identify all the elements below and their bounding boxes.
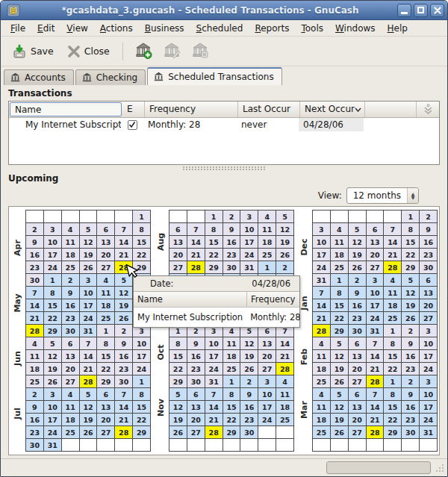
calendar-day-cell[interactable]: 13 [187,401,205,414]
calendar-day-cell[interactable]: 12 [80,236,98,249]
calendar-day-cell[interactable]: 7 [26,287,44,299]
calendar-day-cell[interactable]: 7 [313,287,331,299]
calendar-day-cell[interactable]: 9 [187,337,205,350]
calendar-day-cell[interactable]: 6 [97,223,115,236]
calendar-day-cell[interactable]: 26 [331,426,349,439]
calendar-day-cell[interactable]: 16 [26,414,44,426]
calendar-day-cell[interactable]: 28 [367,375,385,388]
calendar-day-cell[interactable]: 12 [402,287,420,299]
calendar-day-cell[interactable]: 25 [258,249,276,261]
calendar-day-cell[interactable]: 19 [402,299,420,312]
calendar-day-cell[interactable]: 13 [349,350,367,363]
calendar-day-cell[interactable]: 9 [240,388,258,401]
calendar-day-cell[interactable]: 15 [384,401,402,414]
calendar-day-cell[interactable]: 24 [133,363,151,375]
calendar-day-cell[interactable]: 11 [223,337,241,350]
calendar-day-cell[interactable]: 19 [44,363,62,375]
calendar-day-cell[interactable]: 7 [367,388,385,401]
calendar-day-cell[interactable]: 17 [240,236,258,249]
calendar-day-cell[interactable]: 31 [44,439,62,452]
calendar-day-cell[interactable]: 4 [62,388,80,401]
calendar-day-cell[interactable]: 22 [133,249,151,261]
calendar-day-cell[interactable]: 2 [240,375,258,388]
menu-file[interactable]: File [5,22,31,35]
calendar-day-cell[interactable]: 22 [97,363,115,375]
calendar-day-cell[interactable]: 15 [169,350,187,363]
calendar-day-cell[interactable]: 19 [169,414,187,426]
calendar-day-cell[interactable]: 9 [402,388,420,401]
calendar-day-cell[interactable]: 8 [97,337,115,350]
tab-accounts[interactable]: Accounts [4,69,74,85]
calendar-day-cell[interactable]: 6 [97,388,115,401]
calendar-day-cell[interactable]: 19 [80,414,98,426]
calendar-day-cell[interactable]: 2 [420,211,438,223]
table-row[interactable]: My Internet Subscription Monthly: 28 nev… [9,118,439,131]
calendar-day-cell[interactable]: 26 [331,375,349,388]
view-range-spinner[interactable]: 12 months ▲▼ [346,187,419,204]
calendar-day-cell[interactable]: 15 [44,299,62,312]
calendar-day-cell[interactable]: 13 [349,401,367,414]
calendar-day-cell[interactable]: 18 [62,249,80,261]
calendar-day-cell[interactable]: 1 [258,261,276,274]
calendar-day-cell[interactable]: 7 [80,337,98,350]
calendar-day-cell[interactable]: 14 [313,299,331,312]
calendar-day-cell[interactable]: 22 [384,414,402,426]
calendar-day-cell[interactable]: 8 [44,287,62,299]
calendar-day-cell[interactable]: 20 [258,350,276,363]
calendar-day-cell[interactable]: 27 [97,261,115,274]
calendar-day-cell[interactable]: 28 [384,261,402,274]
calendar-day-cell[interactable]: 27 [169,261,187,274]
calendar-day-cell[interactable]: 24 [240,249,258,261]
calendar-day-cell[interactable]: 29 [133,426,151,439]
calendar-day-cell[interactable]: 16 [402,401,420,414]
calendar-day-cell[interactable]: 20 [169,249,187,261]
calendar-day-cell[interactable]: 11 [62,401,80,414]
menu-view[interactable]: View [61,22,93,35]
calendar-day-cell[interactable]: 5 [44,337,62,350]
menu-business[interactable]: Business [140,22,190,35]
calendar-day-cell[interactable]: 12 [331,350,349,363]
calendar-day-cell[interactable]: 23 [223,249,241,261]
calendar-day-cell[interactable]: 27 [97,426,115,439]
calendar-day-cell[interactable]: 8 [169,337,187,350]
calendar-day-cell[interactable]: 14 [384,236,402,249]
calendar-day-cell[interactable]: 28 [276,363,294,375]
calendar-day-cell[interactable]: 19 [331,363,349,375]
calendar-day-cell[interactable]: 18 [313,414,331,426]
calendar-day-cell[interactable]: 5 [276,211,294,223]
calendar-day-cell[interactable]: 10 [258,388,276,401]
calendar-day-cell[interactable]: 15 [133,401,151,414]
menu-scheduled[interactable]: Scheduled [191,22,249,35]
calendar-day-cell[interactable]: 18 [97,299,115,312]
calendar-day-cell[interactable]: 20 [367,249,385,261]
calendar-day-cell[interactable]: 6 [62,337,80,350]
calendar-day-cell[interactable]: 13 [258,337,276,350]
calendar-day-cell[interactable]: 5 [331,388,349,401]
calendar-day-cell[interactable]: 6 [420,274,438,287]
calendar-day-cell[interactable]: 17 [205,350,223,363]
calendar-day-cell[interactable]: 25 [331,261,349,274]
minimize-button[interactable] [397,4,411,17]
calendar-day-cell[interactable]: 6 [187,388,205,401]
calendar-day-cell[interactable]: 10 [44,401,62,414]
calendar-day-cell[interactable]: 1 [97,325,115,337]
calendar-day-cell[interactable]: 28 [26,325,44,337]
calendar-day-cell[interactable]: 17 [367,299,385,312]
calendar-day-cell[interactable]: 23 [240,414,258,426]
calendar-day-cell[interactable]: 9 [26,236,44,249]
calendar-day-cell[interactable]: 2 [402,375,420,388]
calendar-day-cell[interactable]: 26 [349,261,367,274]
calendar-day-cell[interactable]: 1 [133,375,151,388]
calendar-day-cell[interactable]: 17 [313,249,331,261]
calendar-day-cell[interactable]: 4 [313,388,331,401]
calendar-day-cell[interactable]: 14 [26,299,44,312]
calendar-day-cell[interactable]: 14 [187,236,205,249]
calendar-day-cell[interactable]: 2 [223,211,241,223]
calendar-day-cell[interactable]: 12 [169,401,187,414]
calendar-day-cell[interactable]: 26 [80,261,98,274]
calendar-day-cell[interactable]: 5 [349,223,367,236]
calendar-day-cell[interactable]: 16 [115,350,133,363]
calendar-day-cell[interactable]: 27 [187,426,205,439]
calendar-day-cell[interactable]: 8 [133,388,151,401]
menu-reports[interactable]: Reports [249,22,294,35]
